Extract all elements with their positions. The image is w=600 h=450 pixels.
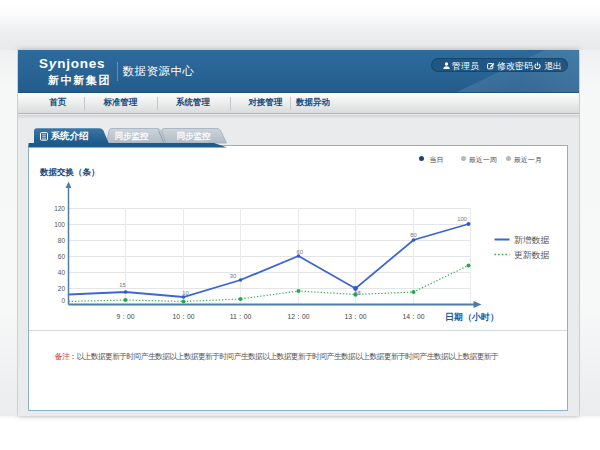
svg-text:10：00: 10：00 <box>173 313 195 320</box>
svg-text:60: 60 <box>58 253 66 260</box>
svg-text:12：00: 12：00 <box>288 313 310 320</box>
svg-text:同步监控: 同步监控 <box>115 131 150 141</box>
svg-text:10: 10 <box>182 290 188 296</box>
svg-text:15: 15 <box>119 282 125 288</box>
svg-text:新增数据: 新增数据 <box>514 235 549 245</box>
svg-text:40: 40 <box>58 269 66 276</box>
svg-text:80: 80 <box>410 232 416 238</box>
svg-text:14：00: 14：00 <box>403 313 425 320</box>
svg-text:13：00: 13：00 <box>345 313 367 320</box>
svg-text:9：00: 9：00 <box>116 313 134 320</box>
svg-text:同步监控: 同步监控 <box>177 131 212 141</box>
svg-text:120: 120 <box>54 205 65 212</box>
svg-text:日期（小时）: 日期（小时） <box>445 312 499 322</box>
svg-text:20: 20 <box>58 285 66 292</box>
svg-text:30: 30 <box>230 273 236 279</box>
svg-text:更新数据: 更新数据 <box>514 250 549 260</box>
svg-text:80: 80 <box>58 237 66 244</box>
svg-text:18: 18 <box>354 290 360 296</box>
svg-text:0: 0 <box>61 297 65 304</box>
svg-text:100: 100 <box>54 221 65 228</box>
svg-text:11：00: 11：00 <box>230 313 252 320</box>
svg-text:100: 100 <box>457 216 467 222</box>
svg-text:60: 60 <box>297 249 303 255</box>
svg-text:系统介绍: 系统介绍 <box>51 130 90 141</box>
